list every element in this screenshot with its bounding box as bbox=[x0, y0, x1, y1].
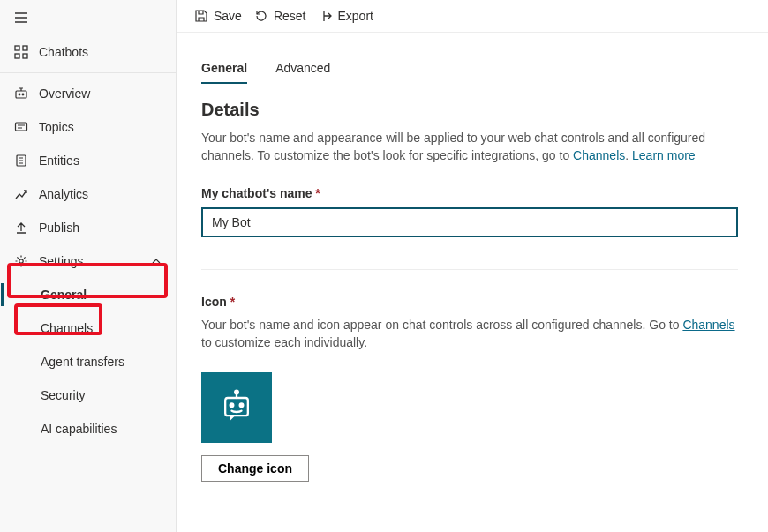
svg-rect-4 bbox=[16, 91, 26, 98]
sidebar-item-chatbots[interactable]: Chatbots bbox=[0, 35, 176, 69]
save-button[interactable]: Save bbox=[194, 9, 242, 23]
svg-point-6 bbox=[22, 94, 24, 95]
sidebar-sub-agent-transfers[interactable]: Agent transfers bbox=[0, 345, 176, 378]
sidebar-item-publish[interactable]: Publish bbox=[0, 211, 176, 244]
svg-point-13 bbox=[240, 404, 244, 408]
tabs: General Advanced bbox=[201, 41, 743, 84]
sidebar-item-settings[interactable]: Settings bbox=[0, 244, 176, 278]
gear-icon bbox=[14, 254, 28, 268]
sidebar-item-topics[interactable]: Topics bbox=[0, 110, 176, 144]
sidebar-sub-label: Agent transfers bbox=[41, 355, 124, 369]
sidebar-item-label: Topics bbox=[39, 120, 162, 134]
bot-icon-preview bbox=[201, 372, 272, 443]
sidebar-item-entities[interactable]: Entities bbox=[0, 144, 176, 177]
sidebar-sub-label: General bbox=[41, 288, 87, 302]
sidebar-item-overview[interactable]: Overview bbox=[0, 77, 176, 110]
topics-icon bbox=[14, 120, 28, 134]
sidebar-item-analytics[interactable]: Analytics bbox=[0, 177, 176, 211]
sidebar-item-label: Chatbots bbox=[39, 45, 162, 59]
sidebar-item-label: Entities bbox=[39, 154, 162, 168]
save-button-label: Save bbox=[214, 9, 242, 23]
svg-rect-1 bbox=[23, 46, 27, 50]
svg-rect-0 bbox=[15, 46, 19, 50]
tab-label: Advanced bbox=[275, 61, 330, 75]
svg-point-5 bbox=[19, 94, 20, 95]
description-text: Your bot's name and icon appear on chat … bbox=[201, 318, 682, 332]
divider bbox=[0, 72, 176, 73]
svg-rect-3 bbox=[23, 54, 27, 58]
entities-icon bbox=[14, 154, 28, 168]
reset-button[interactable]: Reset bbox=[254, 9, 306, 23]
reset-icon bbox=[254, 9, 268, 23]
icon-description: Your bot's name and icon appear on chat … bbox=[201, 316, 740, 352]
export-button-label: Export bbox=[338, 9, 373, 23]
details-heading: Details bbox=[201, 100, 743, 120]
content: General Advanced Details Your bot's name… bbox=[177, 33, 768, 532]
learn-more-link[interactable]: Learn more bbox=[632, 148, 696, 162]
hamburger-menu[interactable] bbox=[0, 0, 176, 35]
hamburger-icon bbox=[14, 11, 28, 25]
details-description: Your bot's name and appearance will be a… bbox=[201, 129, 740, 165]
description-text: . bbox=[625, 148, 632, 162]
sidebar-sub-security[interactable]: Security bbox=[0, 378, 176, 412]
reset-button-label: Reset bbox=[274, 9, 306, 23]
analytics-icon bbox=[14, 187, 28, 201]
chevron-up-icon bbox=[151, 256, 162, 266]
sidebar-sub-label: AI capabilities bbox=[41, 422, 117, 436]
name-field-label: My chatbot's name * bbox=[201, 186, 743, 200]
svg-point-9 bbox=[19, 259, 23, 263]
main: Save Reset Export General Advanced Detai… bbox=[177, 0, 768, 532]
sidebar-item-label: Analytics bbox=[39, 187, 162, 201]
publish-icon bbox=[14, 221, 28, 235]
label-text: My chatbot's name bbox=[201, 186, 315, 200]
sidebar-sub-general[interactable]: General bbox=[0, 278, 176, 311]
label-text: Icon bbox=[201, 295, 230, 309]
svg-rect-2 bbox=[15, 54, 19, 58]
svg-rect-7 bbox=[16, 123, 27, 131]
export-icon bbox=[319, 9, 333, 23]
sidebar-sub-label: Channels bbox=[41, 321, 93, 335]
sidebar-sub-ai-capabilities[interactable]: AI capabilities bbox=[0, 412, 176, 446]
export-button[interactable]: Export bbox=[319, 9, 373, 23]
channels-link[interactable]: Channels bbox=[682, 318, 734, 332]
svg-point-12 bbox=[230, 404, 234, 408]
chatbot-avatar-icon bbox=[217, 388, 256, 427]
channels-link[interactable]: Channels bbox=[573, 148, 625, 162]
divider bbox=[201, 269, 738, 270]
required-asterisk: * bbox=[230, 295, 235, 309]
sidebar-item-label: Settings bbox=[39, 254, 140, 268]
icon-field-label: Icon * bbox=[201, 295, 743, 309]
tab-general[interactable]: General bbox=[201, 61, 247, 84]
required-asterisk: * bbox=[315, 186, 320, 200]
sidebar-sub-channels[interactable]: Channels bbox=[0, 311, 176, 345]
tab-advanced[interactable]: Advanced bbox=[275, 61, 330, 84]
sidebar: Chatbots Overview Topics Entities A bbox=[0, 0, 177, 532]
tab-label: General bbox=[201, 61, 247, 75]
toolbar: Save Reset Export bbox=[177, 0, 768, 33]
sidebar-item-label: Overview bbox=[39, 86, 162, 101]
svg-point-10 bbox=[235, 391, 238, 394]
change-icon-button[interactable]: Change icon bbox=[201, 455, 309, 482]
description-text: to customize each individually. bbox=[201, 335, 367, 349]
sidebar-sub-label: Security bbox=[41, 388, 86, 402]
save-icon bbox=[194, 9, 208, 23]
chatbot-name-input[interactable] bbox=[201, 207, 738, 237]
sidebar-item-label: Publish bbox=[39, 221, 162, 235]
change-icon-label: Change icon bbox=[218, 461, 292, 476]
bot-icon bbox=[14, 86, 28, 101]
grid-icon bbox=[14, 45, 28, 59]
